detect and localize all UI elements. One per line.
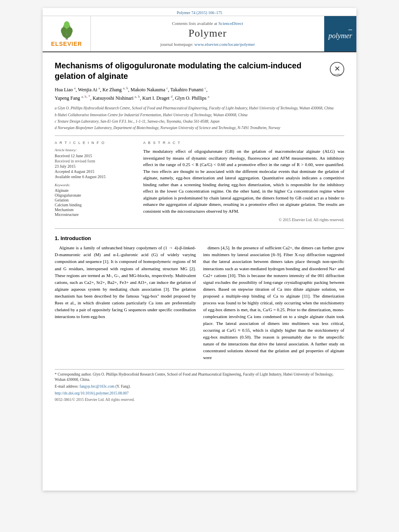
svg-text:CrossMark: CrossMark [332, 73, 342, 76]
received-revised-label: Received in revised form [55, 159, 135, 163]
author-kurt: Kurt I. Draget d [142, 95, 173, 101]
article-title-line2: gelation of alginate [55, 72, 128, 80]
email-link[interactable]: fangyp.hrc@163c.com [80, 384, 115, 388]
divider-1 [55, 136, 344, 136]
email-note: E-mail address: fangyp.hrc@163c.com (Y. … [55, 384, 344, 389]
email-note-person: (Y. Fang). [115, 384, 131, 388]
accepted-date: Accepted 4 August 2015 [55, 169, 135, 174]
corresponding-author-note: * Corresponding author. Glyn O. Phillips… [55, 372, 344, 383]
author-yapeng: Yapeng Fang a, b, * [55, 95, 90, 101]
rights-line: 0032-3861/© 2015 Elsevier Ltd. All right… [55, 397, 344, 403]
homepage-label: journal homepage: [160, 42, 193, 47]
doi-line[interactable]: http://dx.doi.org/10.1016/j.polymer.2015… [55, 391, 344, 396]
polymer-badge: ▪▪▪ polymer [325, 26, 356, 42]
affiliations-section: a Glyn O. Phillips Hydrocolloid Research… [55, 105, 344, 131]
svg-point-6 [66, 33, 68, 35]
keyword-6: Microstructure [55, 212, 135, 217]
sciencedirect-line: Contents lists available at ScienceDirec… [172, 21, 243, 26]
article-title: Mechanisms of oligoguluronate modulating… [55, 60, 330, 81]
homepage-link[interactable]: www.elsevier.com/locate/polymer [194, 42, 255, 47]
journal-title: Polymer [188, 27, 226, 39]
article-info-label: A R T I C L E I N F O [55, 141, 135, 145]
keywords-label: Keywords: [55, 183, 135, 187]
article-title-line1: Mechanisms of oligoguluronate modulating… [55, 61, 301, 70]
svg-point-5 [64, 21, 70, 29]
intro-paragraph-1: Alginate is a family of unbranched binar… [55, 244, 196, 320]
introduction-columns: Alginate is a family of unbranched binar… [55, 244, 344, 364]
journal-header: ELSEVIER Contents lists available at Sci… [43, 16, 356, 52]
elsevier-logo: ELSEVIER [51, 21, 82, 47]
email-label: E-mail address: [55, 384, 78, 388]
polymer-badge-text: polymer [329, 32, 352, 40]
introduction-section: 1. Introduction Alginate is a family of … [55, 235, 344, 364]
section-number: 1. [55, 235, 59, 241]
intro-paragraph-2: dimers [4,5]. In the presence of suffici… [203, 244, 344, 361]
author-wenjia-ai: Wenjia Ai a [78, 87, 100, 92]
paper-content: Mechanisms of oligoguluronate modulating… [43, 52, 356, 412]
affiliation-d: d Norwegian Biopolymer Laboratory, Depar… [55, 125, 344, 131]
elsevier-wordmark: ELSEVIER [51, 41, 82, 47]
article-title-section: Mechanisms of oligoguluronate modulating… [55, 60, 344, 81]
keyword-1: Alginate [55, 188, 135, 193]
abstract-label: A B S T R A C T [143, 141, 344, 145]
copyright-line: © 2015 Elsevier Ltd. All rights reserved… [143, 218, 344, 222]
author-katsuyoshi: Katsuyoshi Nishinari a, b [93, 95, 140, 101]
elsevier-logo-section: ELSEVIER [43, 16, 91, 51]
keyword-2: Oligoguluronate [55, 193, 135, 197]
abstract-text: The modulatory effect of oligoguluronate… [143, 148, 344, 214]
affiliation-c: c Texture Design Laboratory, San-Ei Gen … [55, 119, 344, 124]
crossmark-badge[interactable]: ✕ CrossMark [330, 62, 344, 76]
author-ke-zhang: Ke Zhang a, b [103, 87, 128, 92]
article-info-abstract: A R T I C L E I N F O Article history: R… [55, 141, 344, 222]
affiliation-b: b Hubei Collaborative Innovation Centre … [55, 112, 344, 118]
author-makoto: Makoto Nakauma c [130, 87, 168, 92]
polymer-logo-section: ▪▪▪ polymer [324, 16, 356, 51]
svg-text:✕: ✕ [334, 65, 340, 73]
article-info-col: A R T I C L E I N F O Article history: R… [55, 141, 135, 222]
author-glyn: Glyn O. Phillips a [175, 95, 209, 101]
elsevier-tree-icon [55, 21, 79, 41]
sciencedirect-label: Contents lists available at [172, 21, 217, 26]
keyword-3: Gelation [55, 198, 135, 202]
journal-citation: Polymer 74 (2015) 166–175 [177, 10, 222, 15]
intro-right-col: dimers [4,5]. In the presence of suffici… [203, 244, 344, 364]
divider-2 [55, 228, 344, 229]
available-date: Available online 6 August 2015 [55, 175, 135, 179]
abstract-col: A B S T R A C T The modulatory effect of… [143, 141, 344, 222]
received-date: Received 12 June 2015 [55, 154, 135, 158]
homepage-line: journal homepage: www.elsevier.com/locat… [160, 42, 255, 47]
keyword-4: Calcium binding [55, 203, 135, 207]
doi-link[interactable]: http://dx.doi.org/10.1016/j.polymer.2015… [55, 391, 129, 395]
footnote-section: * Corresponding author. Glyn O. Phillips… [55, 369, 344, 403]
history-label: Article history: [55, 148, 135, 152]
introduction-title: 1. Introduction [55, 235, 344, 241]
sciencedirect-link[interactable]: ScienceDirect [218, 21, 243, 26]
author-hua-liao: Hua Liao a [55, 87, 76, 92]
keyword-5: Mechanism [55, 207, 135, 212]
section-title: Introduction [60, 235, 91, 241]
intro-left-col: Alginate is a family of unbranched binar… [55, 244, 196, 364]
page: Polymer 74 (2015) 166–175 ELSEVIER [43, 8, 356, 491]
journal-center: Contents lists available at ScienceDirec… [91, 16, 324, 51]
affiliation-a: a Glyn O. Phillips Hydrocolloid Research… [55, 105, 344, 111]
authors-section: Hua Liao a, Wenjia Ai a, Ke Zhang a, b, … [55, 85, 344, 102]
author-takahiro: Takahiro Funami c [171, 87, 206, 92]
received-revised-date: 23 July 2015 [55, 164, 135, 168]
journal-citation-bar: Polymer 74 (2015) 166–175 [43, 8, 356, 16]
